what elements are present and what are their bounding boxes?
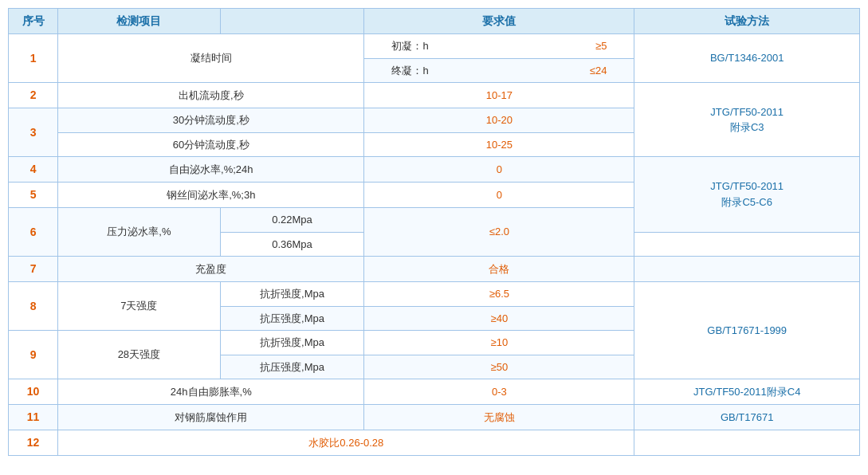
row-num-11: 11 [9, 405, 58, 430]
row-num-1: 1 [9, 34, 58, 83]
row-req-3b: 10-25 [364, 132, 634, 157]
row-num-2: 2 [9, 83, 58, 108]
row-subitem-9b: 抗压强度,Mpa [220, 355, 364, 379]
main-table-wrapper: 序号 检测项目 要求值 试验方法 1 凝结时间 初凝：h ≥5 BG/T1346… [8, 8, 860, 456]
table-row: 8 7天强度 抗折强度,Mpa ≥6.5 GB/T17671-1999 [9, 282, 860, 307]
row-subitem-9a: 抗折强度,Mpa [220, 331, 364, 355]
row-req-11: 无腐蚀 [364, 405, 634, 430]
row-subitem-8a: 抗折强度,Mpa [220, 282, 364, 307]
header-seq: 序号 [9, 9, 58, 34]
row-item-9: 28天强度 [58, 331, 220, 379]
row-method-2: JTG/TF50-2011附录C3 [634, 83, 860, 157]
row-req-3a: 10-20 [364, 108, 634, 133]
row-req-2: 10-17 [364, 83, 634, 108]
row-num-6: 6 [9, 208, 58, 257]
table-row: 11 对钢筋腐蚀作用 无腐蚀 GB/T17671 [9, 405, 860, 430]
row-num-8: 8 [9, 282, 58, 331]
row-item-10: 24h自由膨胀率,% [58, 379, 364, 405]
row-req-5: 0 [364, 183, 634, 208]
row-req-10: 0-3 [364, 379, 634, 405]
header-req: 要求值 [364, 9, 634, 34]
table-row: 12 水胶比0.26-0.28 [9, 430, 860, 456]
row-req-7: 合格 [364, 257, 634, 282]
header-item: 检测项目 [58, 9, 220, 34]
row-num-7: 7 [9, 257, 58, 282]
row-method-11: GB/T17671 [634, 405, 860, 430]
row-method-7 [634, 257, 860, 282]
row-method-4: JTG/TF50-2011附录C5-C6 [634, 157, 860, 233]
row-num-9: 9 [9, 331, 58, 379]
row-item-11: 对钢筋腐蚀作用 [58, 405, 364, 430]
row-req-4: 0 [364, 157, 634, 183]
row-item-2: 出机流动度,秒 [58, 83, 364, 108]
row-subitem-6a: 0.22Mpa [220, 208, 364, 233]
header-method: 试验方法 [634, 9, 860, 34]
row-req-6: ≤2.0 [364, 208, 634, 257]
data-table: 序号 检测项目 要求值 试验方法 1 凝结时间 初凝：h ≥5 BG/T1346… [8, 8, 860, 456]
row-req-8b: ≥40 [364, 306, 634, 331]
row-req-9b: ≥50 [364, 355, 634, 379]
row-num-12: 12 [9, 430, 58, 456]
row-method-8: GB/T17671-1999 [634, 282, 860, 379]
row-item-3b: 60分钟流动度,秒 [58, 132, 364, 157]
header-sub-item [220, 9, 364, 34]
row-item-7: 充盈度 [58, 257, 364, 282]
row-item-5: 钢丝间泌水率,%;3h [58, 183, 364, 208]
row-item-8: 7天强度 [58, 282, 220, 331]
row-req-1b: 终凝：h ≤24 [364, 58, 634, 83]
row-item-4: 自由泌水率,%;24h [58, 157, 364, 183]
row-num-3: 3 [9, 108, 58, 157]
row-method-12 [634, 430, 860, 456]
table-row: 7 充盈度 合格 [9, 257, 860, 282]
row-item-6: 压力泌水率,% [58, 208, 220, 257]
row-subitem-8b: 抗压强度,Mpa [220, 306, 364, 331]
table-row: 2 出机流动度,秒 10-17 JTG/TF50-2011附录C3 [9, 83, 860, 108]
row-subitem-6b: 0.36Mpa [220, 232, 364, 257]
row-item-1: 凝结时间 [58, 34, 364, 83]
row-req-1a: 初凝：h ≥5 [364, 34, 634, 59]
row-req-12: 水胶比0.26-0.28 [58, 430, 634, 456]
row-req-9a: ≥10 [364, 331, 634, 355]
row-num-10: 10 [9, 379, 58, 405]
row-method-1: BG/T1346-2001 [634, 34, 860, 83]
row-num-5: 5 [9, 183, 58, 208]
row-item-3a: 30分钟流动度,秒 [58, 108, 364, 133]
row-req-8a: ≥6.5 [364, 282, 634, 307]
table-row: 4 自由泌水率,%;24h 0 JTG/TF50-2011附录C5-C6 [9, 157, 860, 183]
table-row: 1 凝结时间 初凝：h ≥5 BG/T1346-2001 [9, 34, 860, 59]
row-num-4: 4 [9, 157, 58, 183]
table-row: 10 24h自由膨胀率,% 0-3 JTG/TF50-2011附录C4 [9, 379, 860, 405]
row-method-10: JTG/TF50-2011附录C4 [634, 379, 860, 405]
